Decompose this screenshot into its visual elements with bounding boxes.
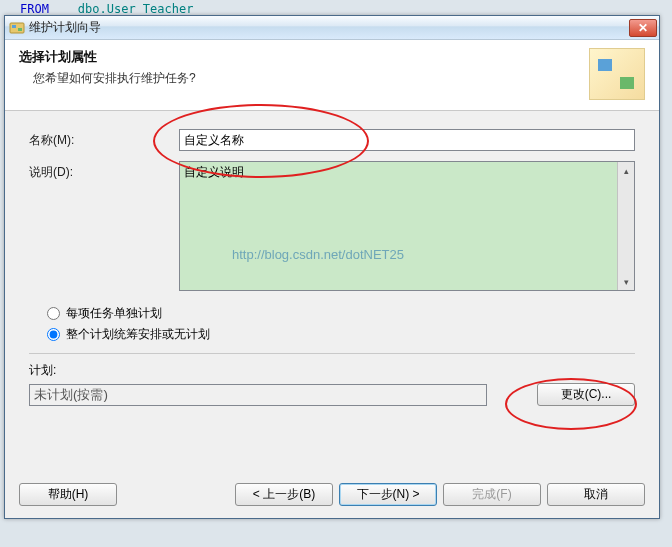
plan-label: 计划: — [29, 362, 635, 379]
svg-rect-2 — [18, 28, 22, 31]
wizard-header: 选择计划属性 您希望如何安排执行维护任务? — [5, 40, 659, 111]
name-input[interactable] — [179, 129, 635, 151]
background-sql-code: FROM dbo.User_Teacher — [20, 2, 193, 16]
window-title: 维护计划向导 — [29, 19, 628, 36]
divider — [29, 353, 635, 354]
radio-single-plan-input[interactable] — [47, 328, 60, 341]
wizard-footer: 帮助(H) < 上一步(B) 下一步(N) > 完成(F) 取消 — [5, 471, 659, 518]
close-icon: ✕ — [638, 21, 648, 35]
next-button[interactable]: 下一步(N) > — [339, 483, 437, 506]
radio-single-plan[interactable]: 整个计划统筹安排或无计划 — [47, 326, 635, 343]
description-label: 说明(D): — [29, 161, 179, 181]
scrollbar[interactable]: ▴ ▾ — [617, 162, 634, 290]
cancel-button[interactable]: 取消 — [547, 483, 645, 506]
header-illustration — [589, 48, 645, 100]
app-icon — [9, 20, 25, 36]
schedule-radio-group: 每项任务单独计划 整个计划统筹安排或无计划 — [47, 305, 635, 343]
watermark-text: http://blog.csdn.net/dotNET25 — [232, 247, 404, 262]
page-title: 选择计划属性 — [19, 48, 589, 66]
back-button[interactable]: < 上一步(B) — [235, 483, 333, 506]
wizard-body: 名称(M): 说明(D): 自定义说明 http://blog.csdn.net… — [5, 111, 659, 414]
wizard-window: 维护计划向导 ✕ 选择计划属性 您希望如何安排执行维护任务? 名称(M): 说明… — [4, 15, 660, 519]
window-controls: ✕ — [628, 19, 657, 37]
radio-separate-plan-input[interactable] — [47, 307, 60, 320]
titlebar: 维护计划向导 ✕ — [5, 16, 659, 40]
scroll-down-icon[interactable]: ▾ — [618, 273, 634, 290]
page-subtitle: 您希望如何安排执行维护任务? — [33, 70, 589, 87]
scroll-up-icon[interactable]: ▴ — [618, 162, 634, 179]
plan-display — [29, 384, 487, 406]
finish-button: 完成(F) — [443, 483, 541, 506]
svg-rect-1 — [12, 25, 16, 28]
close-button[interactable]: ✕ — [629, 19, 657, 37]
name-label: 名称(M): — [29, 129, 179, 149]
change-schedule-button[interactable]: 更改(C)... — [537, 383, 635, 406]
radio-separate-plan[interactable]: 每项任务单独计划 — [47, 305, 635, 322]
help-button[interactable]: 帮助(H) — [19, 483, 117, 506]
description-textarea[interactable]: 自定义说明 http://blog.csdn.net/dotNET25 ▴ ▾ — [179, 161, 635, 291]
description-value: 自定义说明 — [184, 165, 244, 179]
